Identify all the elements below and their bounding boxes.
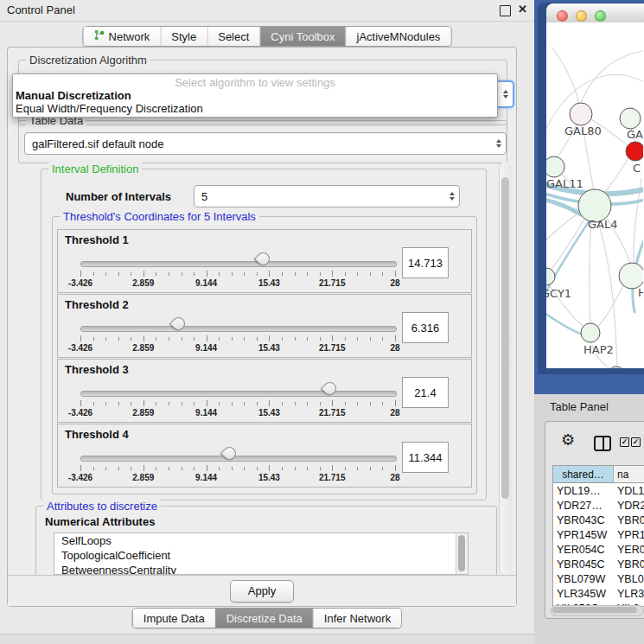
- popup-item-equal-width-frequency-discretization[interactable]: Equal Width/Frequency Discretization: [16, 102, 203, 115]
- table-row[interactable]: YER054CYER0: [553, 542, 644, 557]
- tab-cyni-toolbox[interactable]: Cyni Toolbox: [259, 27, 345, 46]
- attribute-item-selfloops[interactable]: SelfLoops: [54, 533, 468, 548]
- checkbox-icon[interactable]: ✓: [620, 437, 629, 447]
- tab-infer-network[interactable]: Infer Network: [313, 609, 401, 628]
- table-horizontal-scrollbar[interactable]: [551, 605, 644, 616]
- combobox-arrows-icon: [450, 192, 455, 201]
- threshold-slider-track[interactable]: [80, 456, 397, 462]
- combobox-arrows-icon: [503, 90, 508, 99]
- cell-shared-name: YDR27…: [553, 498, 614, 513]
- threshold-panel-3: Threshold 3-3.4262.8599.14415.4321.71528…: [57, 359, 472, 423]
- tick-label: -3.426: [68, 473, 92, 482]
- tab-label: Select: [218, 30, 249, 43]
- cell-shared-name: YER054C: [553, 542, 614, 557]
- node-label-gal4: GAL4: [588, 218, 617, 231]
- slider-scale: -3.4262.8599.14415.4321.71528: [80, 343, 395, 354]
- threshold-panel-2: Threshold 2-3.4262.8599.14415.4321.71528…: [57, 294, 472, 358]
- column-header-shared-name[interactable]: shared…: [553, 466, 614, 483]
- tab-select[interactable]: Select: [207, 27, 259, 46]
- network-edge[interactable]: [552, 47, 579, 104]
- GAL11-node[interactable]: [546, 156, 564, 177]
- threshold-value-field[interactable]: 14.713: [402, 247, 449, 278]
- network-edge[interactable]: [551, 219, 584, 271]
- tab-label: Discretize Data: [226, 612, 303, 625]
- attributes-group-title: Attributes to discretize: [43, 500, 161, 513]
- table-data-combobox[interactable]: galFiltered.sif default node: [24, 132, 507, 155]
- threshold-panel-4: Threshold 4-3.4262.8599.14415.4321.71528…: [57, 424, 472, 488]
- attributes-list-scrollbar[interactable]: [456, 533, 468, 574]
- tick-label: 9.144: [195, 343, 217, 353]
- cell-name: YDR2: [614, 498, 644, 513]
- settings-scrollbar[interactable]: [499, 162, 512, 575]
- network-view-frame[interactable]: GAL80GAGAL11CGAL4GCY1HHAP2: [538, 3, 644, 374]
- gear-icon[interactable]: ⚙: [561, 430, 575, 449]
- tab-network[interactable]: Network: [84, 27, 161, 46]
- attribute-item-betweennesscentrality[interactable]: BetweennessCentrality: [54, 563, 468, 575]
- H-node[interactable]: [619, 263, 643, 289]
- node-label-ga: GA: [627, 128, 643, 141]
- cell-shared-name: YBR043C: [553, 513, 614, 527]
- discretization-algorithm-title: Discretization Algorithm: [26, 54, 150, 67]
- threshold-value-field[interactable]: 6.316: [402, 312, 449, 343]
- network-canvas[interactable]: GAL80GAGAL11CGAL4GCY1HHAP2: [546, 22, 644, 368]
- threshold-value-field[interactable]: 21.4: [402, 377, 449, 408]
- network-edge[interactable]: [597, 285, 623, 327]
- network-edge[interactable]: [590, 222, 591, 323]
- tab-discretize-data[interactable]: Discretize Data: [215, 609, 313, 628]
- status-strip: [0, 634, 534, 644]
- minimize-traffic-light-icon[interactable]: [576, 10, 587, 22]
- threshold-slider-track[interactable]: [80, 326, 397, 332]
- network-edge-highlighted[interactable]: [546, 309, 583, 335]
- table-row[interactable]: YBL079WYBL0: [553, 571, 644, 586]
- threshold-slider-track[interactable]: [80, 261, 397, 267]
- threshold-slider-track[interactable]: [80, 391, 397, 397]
- tick-label: 15.43: [258, 473, 280, 482]
- network-edge[interactable]: [602, 158, 628, 194]
- table-row[interactable]: YBR045CYBR0: [553, 557, 644, 571]
- tick-label: 15.43: [258, 343, 280, 353]
- tick-label: 2.859: [132, 408, 154, 418]
- node-attribute-table[interactable]: shared… na YDL19…YDL1YDR27…YDR2YBR043CYB…: [552, 465, 644, 607]
- HAP2-node[interactable]: [581, 323, 600, 342]
- attribute-item-topologicalcoefficient[interactable]: TopologicalCoefficient: [54, 548, 468, 563]
- tab-jactivemnodules[interactable]: jActiveMNodules: [346, 27, 451, 46]
- column-header-name[interactable]: na: [614, 466, 644, 483]
- table-row[interactable]: YDR27…YDR2: [553, 498, 644, 513]
- checkbox-icon[interactable]: ✓: [631, 437, 641, 447]
- close-icon[interactable]: ✕: [518, 3, 527, 16]
- threshold-value-field[interactable]: 11.344: [402, 442, 449, 473]
- number-of-intervals-combobox[interactable]: 5: [194, 185, 460, 207]
- tick-label: 9.144: [195, 278, 217, 288]
- network-edge[interactable]: [546, 210, 583, 247]
- columns-icon[interactable]: [594, 436, 611, 451]
- float-icon[interactable]: [500, 5, 511, 16]
- threshold-panel-1: Threshold 1-3.4262.8599.14415.4321.71528…: [57, 229, 472, 293]
- apply-button[interactable]: Apply: [230, 580, 295, 603]
- tab-style[interactable]: Style: [160, 27, 207, 46]
- table-panel-title: Table Panel: [550, 400, 609, 413]
- table-row[interactable]: YPR145WYPR1: [553, 527, 644, 542]
- zoom-traffic-light-icon[interactable]: [595, 10, 606, 22]
- node-label-gcy1: GCY1: [546, 287, 571, 300]
- table-row[interactable]: YDL19…YDL1: [553, 483, 644, 498]
- GCY1-node[interactable]: [546, 268, 555, 285]
- table-panel-card: ⚙ ✓ ✓ shared… na YDL19…YDL1YDR27…YDR2YBR…: [545, 421, 644, 619]
- red-node[interactable]: [626, 142, 643, 161]
- popup-item-manual-discretization[interactable]: Manual Discretization: [16, 89, 131, 102]
- GA-node[interactable]: [620, 108, 641, 129]
- table-row[interactable]: YBR043CYBR0: [553, 513, 644, 527]
- popup-hint: Select algorithm to view settings: [13, 76, 497, 89]
- tick-label: -3.426: [68, 278, 92, 288]
- cell-shared-name: YPR145W: [553, 527, 614, 542]
- bottom-node[interactable]: [608, 367, 625, 368]
- table-row[interactable]: YLR345WYLR3: [553, 586, 644, 601]
- network-window-titlebar[interactable]: [546, 3, 644, 23]
- control-panel-titlebar: Control Panel ✕: [0, 0, 534, 22]
- node-label-c: C: [633, 162, 641, 175]
- tab-impute-data[interactable]: Impute Data: [133, 609, 215, 628]
- numerical-attributes-list[interactable]: SelfLoopsTopologicalCoefficientBetweenne…: [54, 532, 469, 575]
- tick-label: 2.859: [132, 278, 154, 288]
- GAL80-node[interactable]: [570, 103, 592, 125]
- close-traffic-light-icon[interactable]: [557, 10, 568, 22]
- network-edge[interactable]: [581, 50, 643, 103]
